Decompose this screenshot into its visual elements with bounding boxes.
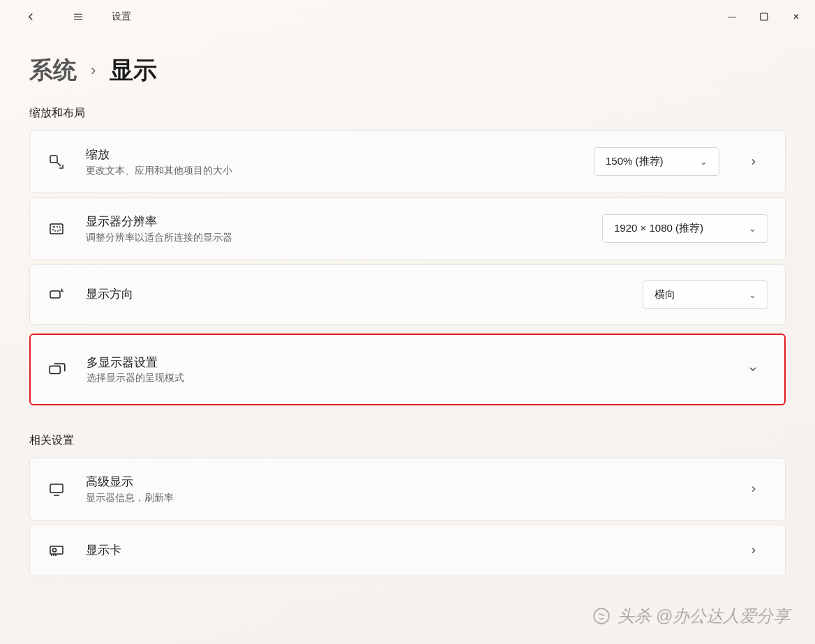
svg-rect-0 [761,13,768,20]
graphics-row[interactable]: 显示卡 [29,525,786,576]
chevron-down-icon: ⌄ [700,156,708,167]
advanced-display-title: 高级显示 [86,474,719,491]
minimize-button[interactable]: — [716,6,748,28]
maximize-button[interactable] [748,6,780,28]
advanced-display-row[interactable]: 高级显示 显示器信息，刷新率 [29,458,786,521]
svg-rect-2 [50,224,63,234]
graphics-title: 显示卡 [86,542,719,559]
breadcrumb: 系统 › 显示 [29,54,786,87]
orientation-value: 横向 [655,288,675,301]
scale-row[interactable]: 缩放 更改文本、应用和其他项目的大小 150% (推荐) ⌄ [29,130,786,193]
svg-rect-6 [50,484,63,493]
nav-menu-button[interactable] [64,3,92,31]
watermark-text: 头杀 @办公达人爱分享 [592,605,790,627]
breadcrumb-parent[interactable]: 系统 [29,54,77,87]
chevron-down-icon: ⌄ [749,290,756,300]
breadcrumb-current: 显示 [110,54,157,87]
orientation-row[interactable]: 显示方向 横向 ⌄ [29,264,786,325]
monitor-icon [47,479,66,499]
svg-rect-1 [50,156,57,163]
scale-subtitle: 更改文本、应用和其他项目的大小 [86,165,574,177]
section-title-layout: 缩放和布局 [29,106,786,121]
scale-title: 缩放 [86,147,574,163]
close-button[interactable]: ✕ [780,6,812,28]
window-titlebar: 设置 — ✕ [0,0,815,33]
scale-value: 150% (推荐) [606,155,664,168]
chevron-right-icon: › [91,61,96,80]
orientation-dropdown[interactable]: 横向 ⌄ [643,280,768,309]
scale-dropdown[interactable]: 150% (推荐) ⌄ [594,147,719,176]
back-button[interactable] [17,3,45,31]
resolution-title: 显示器分辨率 [86,214,583,230]
graphics-card-icon [47,541,66,560]
advanced-display-arrow[interactable] [739,484,768,494]
multi-display-subtitle: 选择显示器的呈现模式 [87,372,719,384]
resolution-dropdown[interactable]: 1920 × 1080 (推荐) ⌄ [602,214,768,243]
orientation-icon [47,285,66,304]
svg-point-8 [53,548,57,552]
resolution-row[interactable]: 显示器分辨率 调整分辨率以适合所连接的显示器 1920 × 1080 (推荐) … [29,197,786,260]
svg-point-9 [594,608,609,624]
multi-display-icon [47,359,67,379]
section-title-related: 相关设置 [29,433,786,448]
orientation-title: 显示方向 [86,286,623,303]
resolution-value: 1920 × 1080 (推荐) [614,222,703,235]
multi-display-title: 多显示器设置 [87,354,719,371]
advanced-display-subtitle: 显示器信息，刷新率 [86,492,719,504]
resolution-subtitle: 调整分辨率以适合所连接的显示器 [86,232,583,244]
chevron-down-icon: ⌄ [749,223,756,234]
scale-detail-arrow[interactable] [739,157,768,167]
graphics-arrow[interactable] [739,546,768,555]
scale-icon [47,152,66,172]
svg-rect-5 [50,366,60,374]
svg-rect-4 [50,291,60,298]
multi-display-expand[interactable] [738,364,768,375]
app-title: 设置 [112,10,131,23]
svg-rect-3 [53,227,60,231]
multi-display-row[interactable]: 多显示器设置 选择显示器的呈现模式 [29,334,786,406]
resolution-icon [47,219,66,239]
